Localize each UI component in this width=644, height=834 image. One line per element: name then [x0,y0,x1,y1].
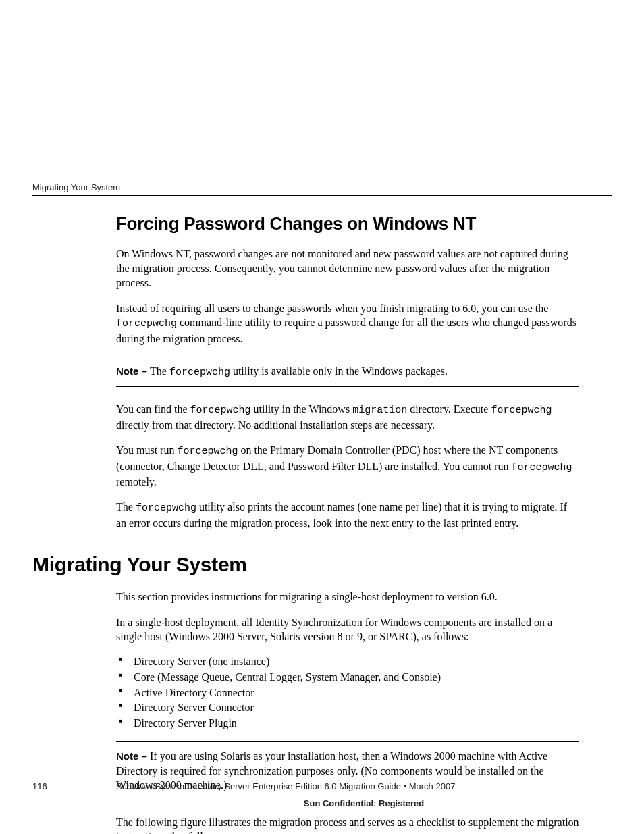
page-number: 116 [32,781,116,791]
note-label: Note – [116,365,150,377]
component-list: Directory Server (one instance) Core (Me… [116,655,579,731]
page: Migrating Your System Forcing Password C… [0,0,644,834]
text: The [150,365,169,377]
paragraph: In a single-host deployment, all Identit… [116,615,579,644]
running-header: Migrating Your System [32,182,612,192]
text: command-line utility to require a passwo… [116,317,576,344]
text: You must run [116,444,177,456]
header-rule [32,195,612,196]
list-item: Directory Server (one instance) [116,655,579,669]
text: Instead of requiring all users to change… [116,303,548,314]
text: remotely. [116,476,157,488]
note-box: Note – The forcepwchg utility is availab… [116,357,579,387]
paragraph: The following figure illustrates the mig… [116,815,579,834]
text: utility in the Windows [251,403,353,415]
paragraph: This section provides instructions for m… [116,590,579,604]
paragraph: Instead of requiring all users to change… [116,301,579,346]
list-item: Active Directory Connector [116,686,579,700]
list-item: Directory Server Connector [116,701,579,715]
code-inline: forcepwchg [511,462,572,473]
code-inline: migration [352,405,407,416]
text: utility is available only in the Windows… [230,365,448,377]
list-item: Directory Server Plugin [116,716,579,731]
paragraph: You must run forcepwchg on the Primary D… [116,443,579,489]
code-inline: forcepwchg [491,405,552,416]
code-inline: forcepwchg [177,446,238,457]
text: The [116,501,136,513]
paragraph: You can find the forcepwchg utility in t… [116,402,579,432]
note-text: Note – The forcepwchg utility is availab… [116,364,579,380]
code-inline: forcepwchg [116,318,177,330]
footer-doc-title: Sun Java System Directory Server Enterpr… [116,781,612,791]
major-section-title: Migrating Your System [32,553,579,576]
code-inline: forcepwchg [190,405,250,416]
paragraph: On Windows NT, password changes are not … [116,246,579,290]
note-label: Note – [116,750,150,762]
section-forcing-password-changes: Forcing Password Changes on Windows NT O… [32,213,612,530]
text: directly from that directory. No additio… [116,419,435,431]
text: You can find the [116,403,190,415]
section-title: Forcing Password Changes on Windows NT [116,213,579,234]
list-item: Core (Message Queue, Central Logger, Sys… [116,671,579,685]
confidential-label: Sun Confidential: Registered [32,798,612,808]
page-footer: 116 Sun Java System Directory Server Ent… [32,781,612,808]
paragraph: The forcepwchg utility also prints the a… [116,500,579,530]
text: directory. Execute [407,403,491,415]
code-inline: forcepwchg [136,502,196,514]
code-inline: forcepwchg [169,367,230,378]
section-migrating-your-system: Migrating Your System [32,553,612,576]
